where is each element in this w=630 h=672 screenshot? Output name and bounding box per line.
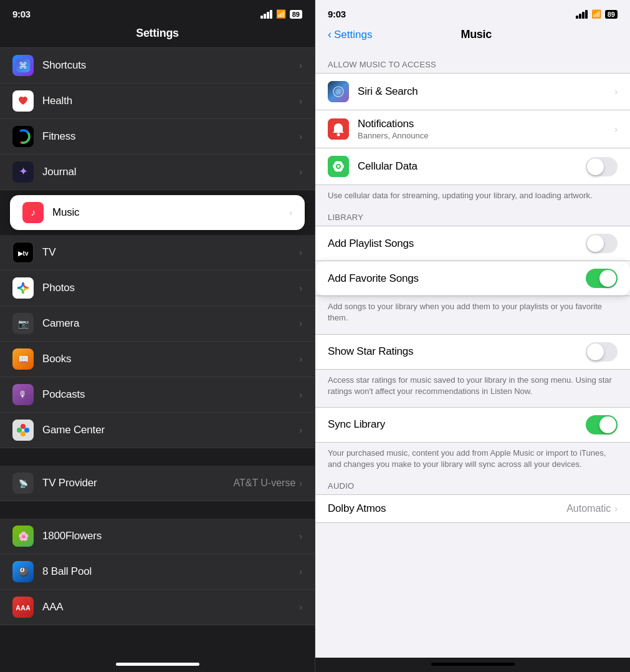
sidebar-item-health[interactable]: Health › [0,84,315,119]
right-item-star-ratings[interactable]: Show Star Ratings [315,335,630,369]
notifications-chevron: › [614,124,618,134]
journal-chevron: › [299,167,302,177]
sidebar-item-gamecenter[interactable]: Game Center › [0,413,315,448]
right-item-cellular[interactable]: Cellular Data [315,148,630,185]
right-content: ALLOW MUSIC TO ACCESS Siri & Search › No… [315,49,630,658]
notifications-sublabel: Banners, Announce [358,131,614,140]
fitness-chevron: › [299,132,302,142]
dolby-label: Dolby Atmos [328,502,566,515]
star-ratings-content: Show Star Ratings [328,345,586,358]
svg-rect-3 [12,126,34,147]
sidebar-item-music[interactable]: ♪ Music › [10,195,305,230]
right-wifi-icon: 📶 [591,9,601,19]
flowers-label: 1800Flowers [42,530,299,542]
cellular-toggle[interactable] [586,157,618,176]
svg-text:⌘: ⌘ [19,60,27,70]
gamecenter-chevron: › [299,425,302,435]
svg-text:🎙: 🎙 [19,390,27,400]
journal-icon: ✦ [12,161,34,183]
sidebar-item-1800flowers[interactable]: 🌸 1800Flowers › [0,519,315,554]
cellular-icon [328,156,349,177]
photos-label: Photos [42,282,299,294]
back-chevron-icon: ‹ [328,28,332,41]
allow-group: Siri & Search › Notifications Banners, A… [315,73,630,185]
music-label: Music [52,206,289,219]
dolby-content: Dolby Atmos [328,502,566,515]
library-desc: Add songs to your library when you add t… [315,296,630,334]
shortcuts-chevron: › [299,60,302,70]
cellular-label: Cellular Data [358,160,586,173]
section-library-header: LIBRARY [315,211,630,226]
star-ratings-desc: Access star ratings for music saved to y… [315,370,630,407]
dolby-value: Automatic [566,503,611,514]
cellular-desc: Use cellular data for streaming, updatin… [315,185,630,211]
sidebar-item-8ballpool[interactable]: 🎱 8 Ball Pool › [0,554,315,590]
sidebar-item-tvprovider[interactable]: 📡 TV Provider AT&T U-verse › [0,466,315,501]
camera-icon: 📷 [12,313,34,334]
star-ratings-group: Show Star Ratings [315,334,630,370]
svg-text:AAA: AAA [16,604,30,612]
sidebar-item-photos[interactable]: Photos › [0,271,315,306]
camera-label: Camera [42,317,299,330]
tvprovider-chevron: › [299,478,302,488]
section-allow-header: ALLOW MUSIC TO ACCESS [315,49,630,73]
right-item-add-favorite-songs[interactable]: Add Favorite Songs [315,261,630,295]
svg-text:📡: 📡 [19,479,28,488]
svg-text:🎱: 🎱 [18,567,29,577]
gamecenter-icon [12,420,34,441]
settings-group-gap-1 [0,448,315,466]
svg-text:♪: ♪ [31,207,36,218]
signal-bars-icon [260,10,272,19]
sync-library-group: Sync Library [315,407,630,443]
right-item-notifications[interactable]: Notifications Banners, Announce › [315,110,630,148]
left-screen-title: Settings [0,24,315,47]
add-favorite-toggle[interactable] [586,269,618,288]
shortcuts-icon: ⌘ [12,55,34,76]
right-nav-title: Music [372,28,580,41]
sidebar-item-camera[interactable]: 📷 Camera › [0,306,315,342]
sidebar-item-podcasts[interactable]: 🎙 Podcasts › [0,377,315,413]
star-ratings-toggle[interactable] [586,342,618,362]
journal-label: Journal [42,166,299,178]
notifications-content: Notifications Banners, Announce [358,118,614,140]
right-item-siri[interactable]: Siri & Search › [315,74,630,110]
books-chevron: › [299,354,302,364]
podcasts-chevron: › [299,390,302,400]
sync-library-toggle[interactable] [586,415,618,434]
sidebar-item-fitness[interactable]: Fitness › [0,119,315,155]
home-bar [116,663,199,666]
svg-text:📷: 📷 [18,319,29,329]
books-label: Books [42,353,299,365]
svg-point-18 [17,428,22,433]
right-home-bar [431,663,515,666]
dolby-chevron: › [614,504,618,514]
right-item-dolby[interactable]: Dolby Atmos Automatic › [315,495,630,522]
svg-rect-17 [12,420,34,441]
sidebar-item-shortcuts[interactable]: ⌘ Shortcuts › [0,47,315,84]
sidebar-item-books[interactable]: 📖 Books › [0,342,315,377]
fitness-label: Fitness [42,130,299,143]
right-status-bar: 9:03 📶 89 [315,0,630,24]
8ballpool-icon: 🎱 [12,561,34,582]
sync-library-content: Sync Library [328,418,586,431]
sync-library-label: Sync Library [328,418,586,431]
add-playlist-toggle[interactable] [586,234,618,253]
left-status-icons: 📶 89 [260,9,302,19]
right-item-add-playlist-songs[interactable]: Add Playlist Songs [315,226,630,261]
notifications-label: Notifications [358,118,614,130]
add-playlist-label: Add Playlist Songs [328,238,586,250]
right-status-icons: 📶 89 [576,9,618,19]
svg-point-28 [335,89,341,95]
svg-text:🌸: 🌸 [18,531,29,542]
tvprovider-label: TV Provider [42,477,233,489]
star-ratings-label: Show Star Ratings [328,345,586,358]
sidebar-item-aaa[interactable]: AAA AAA › [0,590,315,625]
right-item-sync-library[interactable]: Sync Library [315,408,630,442]
right-panel: 9:03 📶 89 ‹ Settings Music ALLOW MUSIC T… [315,0,630,672]
gamecenter-label: Game Center [42,424,299,436]
back-button[interactable]: ‹ Settings [328,28,372,41]
sidebar-item-tv[interactable]: ▶tv TV › [0,235,315,271]
flowers-icon: 🌸 [12,526,34,547]
sidebar-item-journal[interactable]: ✦ Journal › [0,155,315,190]
aaa-icon: AAA [12,597,34,618]
